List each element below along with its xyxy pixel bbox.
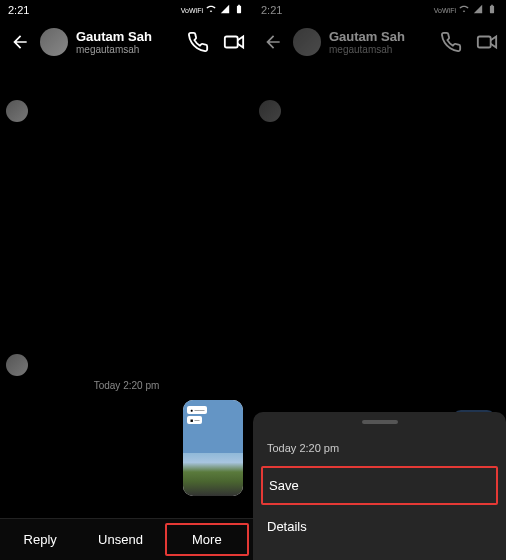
more-button[interactable]: More xyxy=(165,523,249,556)
image-overlay-tag: ■ — xyxy=(187,416,202,424)
status-bar: 2:21 VoWiFi xyxy=(0,0,253,20)
user-name: Gautam Sah xyxy=(76,29,179,44)
message-timestamp: Today 2:20 pm xyxy=(0,380,253,391)
signal-icon xyxy=(472,4,484,16)
vowifi-label: VoWiFi xyxy=(181,7,203,14)
battery-icon xyxy=(486,4,498,16)
message-actions-bar: Reply Unsend More xyxy=(0,518,253,560)
call-icon[interactable] xyxy=(187,31,209,53)
vowifi-label: VoWiFi xyxy=(434,7,456,14)
sheet-drag-handle[interactable] xyxy=(362,420,398,424)
back-button[interactable] xyxy=(261,30,285,54)
user-avatar[interactable] xyxy=(40,28,68,56)
video-call-icon[interactable] xyxy=(223,31,245,53)
unsend-button[interactable]: Unsend xyxy=(80,519,160,560)
image-overlay-tag: ● —— xyxy=(187,406,207,414)
user-info[interactable]: Gautam Sah megautamsah xyxy=(329,29,432,55)
status-icons: VoWiFi xyxy=(434,4,498,16)
chat-header: Gautam Sah megautamsah xyxy=(0,20,253,64)
screen-left: 2:21 VoWiFi Gautam Sah megautamsah xyxy=(0,0,253,560)
status-icons: VoWiFi xyxy=(181,4,245,16)
signal-icon xyxy=(219,4,231,16)
user-handle: megautamsah xyxy=(329,44,432,55)
user-avatar[interactable] xyxy=(293,28,321,56)
message-avatar xyxy=(259,100,281,122)
chat-area[interactable]: Today 2:20 pm ● —— ■ — xyxy=(0,64,253,518)
wifi-icon xyxy=(458,4,470,16)
user-handle: megautamsah xyxy=(76,44,179,55)
screen-right: 2:21 VoWiFi Gautam Sah megautamsah xyxy=(253,0,506,560)
video-call-icon[interactable] xyxy=(476,31,498,53)
message-avatar[interactable] xyxy=(6,100,28,122)
status-bar: 2:21 VoWiFi xyxy=(253,0,506,20)
wifi-icon xyxy=(205,4,217,16)
message-avatar[interactable] xyxy=(6,354,28,376)
user-name: Gautam Sah xyxy=(329,29,432,44)
user-info[interactable]: Gautam Sah megautamsah xyxy=(76,29,179,55)
reply-button[interactable]: Reply xyxy=(0,519,80,560)
chat-header: Gautam Sah megautamsah xyxy=(253,20,506,64)
sent-image-message[interactable]: ● —— ■ — xyxy=(183,400,243,496)
more-options-sheet: Today 2:20 pm Save Details xyxy=(253,412,506,560)
back-button[interactable] xyxy=(8,30,32,54)
call-icon[interactable] xyxy=(440,31,462,53)
save-option[interactable]: Save xyxy=(261,466,498,505)
details-option[interactable]: Details xyxy=(253,507,506,546)
battery-icon xyxy=(233,4,245,16)
svg-rect-1 xyxy=(478,37,491,48)
status-time: 2:21 xyxy=(261,4,282,16)
status-time: 2:21 xyxy=(8,4,29,16)
sheet-timestamp: Today 2:20 pm xyxy=(253,432,506,464)
svg-rect-0 xyxy=(225,37,238,48)
